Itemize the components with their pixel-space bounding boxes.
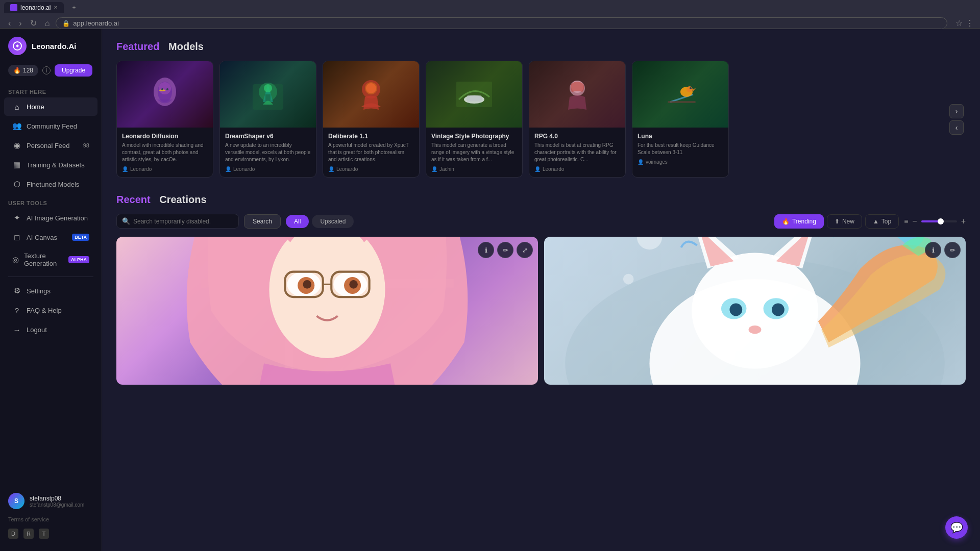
models-carousel-wrapper: Leonardo Diffusion A model with incredib…: [116, 61, 966, 178]
new-btn[interactable]: ⬆ New: [827, 214, 862, 229]
bookmark-icon[interactable]: ☆: [955, 18, 963, 28]
tab-upscaled-btn[interactable]: Upscaled: [312, 215, 354, 228]
info-icon: i: [46, 68, 47, 73]
sidebar-item-logout[interactable]: → Logout: [4, 320, 97, 339]
sidebar-item-faq-label: FAQ & Help: [27, 307, 62, 314]
trending-icon: 🔥: [782, 218, 790, 225]
discord-icon[interactable]: D: [8, 529, 18, 539]
reddit-icon[interactable]: R: [23, 529, 34, 539]
top-btn[interactable]: ▲ Top: [865, 214, 899, 229]
card-action-edit-btn2[interactable]: ✏: [944, 242, 961, 258]
chat-fab[interactable]: 💬: [945, 516, 968, 539]
sidebar-item-faq[interactable]: ? FAQ & Help: [4, 301, 97, 319]
card-actions-fox: ℹ ✏: [925, 242, 961, 258]
carousel-next-btn[interactable]: ›: [949, 104, 964, 118]
browser-chrome: leonardo.ai ✕ + ‹ › ↻ ⌂ 🔒 app.leonardo.a…: [0, 0, 980, 29]
model-card-vintage[interactable]: Vintage Style Photography This model can…: [426, 61, 523, 178]
model-card-dreamshaper[interactable]: DreamShaper v6 A new update to an incred…: [219, 61, 316, 178]
model-card-deliberate[interactable]: Deliberate 1.1 A powerful model created …: [323, 61, 420, 178]
svg-point-3: [159, 82, 171, 94]
logo-avatar: [8, 37, 27, 55]
trending-btn[interactable]: 🔥 Trending: [774, 214, 824, 229]
card-action-info-btn[interactable]: ℹ: [478, 242, 494, 258]
credits-info-btn[interactable]: i: [42, 66, 51, 74]
tab-all-btn[interactable]: All: [286, 215, 309, 228]
user-info[interactable]: S stefanstp08 stefanstp08@gmail.com: [0, 488, 102, 514]
svg-point-12: [365, 82, 377, 94]
search-input[interactable]: [133, 218, 233, 225]
home-btn[interactable]: ⌂: [43, 18, 52, 29]
model-info-luna: Luna For the best result keep Guidance S…: [632, 128, 728, 170]
sidebar: Leonardo.Ai 🔥 128 i Upgrade Start Here ⌂…: [0, 29, 102, 551]
url-input[interactable]: 🔒 app.leonardo.ai: [56, 17, 947, 29]
grid-controls: ≡ − +: [904, 217, 966, 226]
sidebar-item-home-label: Home: [27, 103, 44, 111]
list-view-icon[interactable]: ≡: [904, 217, 908, 226]
zoom-slider[interactable]: [921, 220, 957, 222]
forward-btn[interactable]: ›: [17, 18, 23, 29]
tab-new-btn[interactable]: +: [66, 2, 82, 13]
search-button[interactable]: Search: [244, 214, 281, 229]
trending-label: Trending: [792, 218, 816, 225]
ai-image-icon: ✦: [12, 213, 21, 222]
tos-link[interactable]: Terms of service: [0, 514, 102, 527]
reload-btn[interactable]: ↻: [28, 17, 39, 29]
top-icon: ▲: [873, 218, 879, 225]
personal-feed-count: 98: [83, 142, 89, 148]
model-info-vintage: Vintage Style Photography This model can…: [426, 128, 522, 177]
filter-row: 🔍 Search All Upscaled 🔥 Trending: [116, 214, 966, 229]
zoom-in-btn[interactable]: +: [961, 217, 966, 226]
sidebar-item-home[interactable]: ⌂ Home: [4, 97, 97, 116]
user-name: stefanstp08: [30, 495, 93, 502]
svg-point-21: [690, 87, 692, 89]
svg-point-42: [749, 325, 762, 334]
model-card-rpg[interactable]: RPG 4.0 This model is best at creating R…: [529, 61, 626, 178]
creation-card-anime[interactable]: ℹ ✏ ⤢: [116, 237, 538, 385]
model-desc: This model can generate a broad range of…: [431, 142, 517, 163]
tab-bar: leonardo.ai ✕ +: [0, 0, 980, 15]
sidebar-item-ai-image[interactable]: ✦ AI Image Generation: [4, 209, 97, 227]
menu-icon[interactable]: ⋮: [966, 18, 974, 28]
card-action-edit-btn[interactable]: ✏: [497, 242, 513, 258]
sidebar-item-finetuned[interactable]: ⬡ Finetuned Models: [4, 175, 97, 193]
sidebar-item-ai-canvas[interactable]: ◻ AI Canvas BETA: [4, 228, 97, 246]
sidebar-item-texture[interactable]: ◎ Texture Generation ALPHA: [4, 247, 97, 272]
model-desc: A powerful model created by XpucT that i…: [328, 142, 414, 163]
back-btn[interactable]: ‹: [6, 18, 13, 29]
card-action-info-btn2[interactable]: ℹ: [925, 242, 941, 258]
sidebar-item-ai-image-label: AI Image Generation: [27, 214, 88, 222]
featured-models-title: Featured Models: [116, 41, 966, 53]
settings-icon: ⚙: [12, 286, 21, 295]
sidebar-item-training[interactable]: ▦ Training & Datasets: [4, 156, 97, 174]
carousel-prev-btn[interactable]: ‹: [949, 120, 964, 135]
user-avatar: S: [8, 493, 24, 509]
model-card-leonardo-diffusion[interactable]: Leonardo Diffusion A model with incredib…: [116, 61, 213, 178]
model-author: 👤 Leonardo: [225, 166, 311, 172]
zoom-out-btn[interactable]: −: [912, 217, 917, 226]
ai-canvas-icon: ◻: [12, 233, 21, 242]
creation-card-fox[interactable]: ℹ ✏: [544, 237, 966, 385]
sidebar-item-personal-feed[interactable]: ◉ Personal Feed 98: [4, 136, 97, 155]
browser-tab-active[interactable]: leonardo.ai ✕: [4, 2, 64, 13]
twitter-icon[interactable]: T: [39, 529, 49, 539]
author-icon: 👤: [122, 166, 128, 172]
featured-highlight: Featured: [116, 41, 159, 53]
author-icon: 👤: [638, 159, 644, 165]
creation-img-anime: [116, 237, 538, 385]
card-action-expand-btn[interactable]: ⤢: [517, 242, 533, 258]
svg-point-37: [692, 253, 818, 368]
sidebar-item-settings[interactable]: ⚙ Settings: [4, 282, 97, 300]
author-name: Leonardo: [233, 166, 255, 172]
author-icon: 👤: [431, 166, 437, 172]
model-name: DreamShaper v6: [225, 133, 311, 140]
lock-icon: 🔒: [62, 20, 70, 27]
featured-normal: Models: [168, 41, 204, 53]
upgrade-button[interactable]: Upgrade: [55, 64, 92, 77]
tab-close-btn[interactable]: ✕: [54, 5, 58, 10]
model-desc: A new update to an incredibly versatile …: [225, 142, 311, 163]
address-bar: ‹ › ↻ ⌂ 🔒 app.leonardo.ai ☆ ⋮: [0, 15, 980, 32]
model-img-vintage: [426, 61, 522, 128]
model-card-luna[interactable]: Luna For the best result keep Guidance S…: [632, 61, 729, 178]
model-desc: This model is best at creating RPG chara…: [534, 142, 620, 163]
sidebar-item-community-feed[interactable]: 👥 Community Feed: [4, 117, 97, 135]
